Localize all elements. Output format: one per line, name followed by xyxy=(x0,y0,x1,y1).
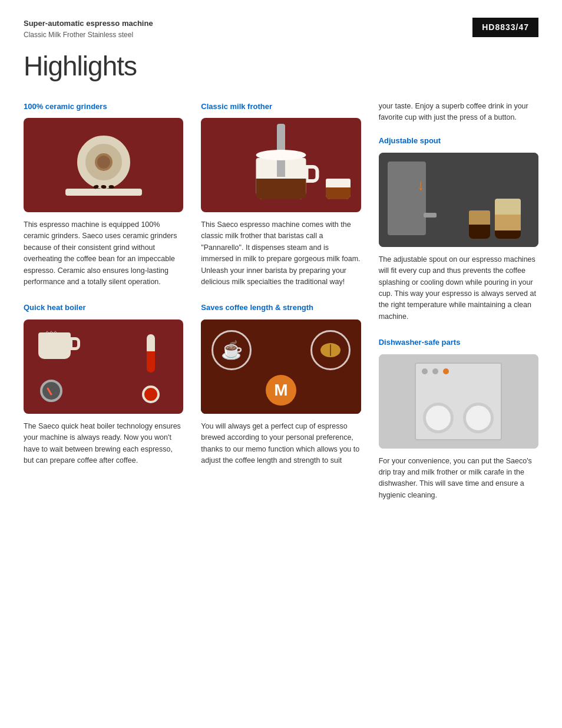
saves-coffee-image: ☕ M xyxy=(201,319,361,414)
feature-quick-heat-boiler: Quick heat boiler 〰 xyxy=(24,302,183,466)
ceramic-grinders-image xyxy=(24,118,183,212)
product-type: Super-automatic espresso machine xyxy=(24,18,153,29)
column-3: your taste. Enjoy a superb coffee drink … xyxy=(379,101,538,516)
column-2: Classic milk frother xyxy=(201,101,361,516)
col3-intro-text: your taste. Enjoy a superb coffee drink … xyxy=(379,101,538,124)
quick-heat-boiler-title: Quick heat boiler xyxy=(24,302,183,314)
feature-classic-milk-frother: Classic milk frother xyxy=(201,101,361,288)
classic-milk-frother-text: This Saeco espresso machine comes with t… xyxy=(201,219,361,288)
adjustable-spout-image: ↓ xyxy=(379,153,538,247)
classic-milk-frother-image xyxy=(201,118,361,212)
feature-dishwasher-safe: Dishwasher-safe parts xyxy=(379,337,538,501)
saves-coffee-text: You will always get a perfect cup of esp… xyxy=(201,421,361,467)
saves-coffee-title: Saves coffee length & strength xyxy=(201,302,361,314)
product-subtype: Classic Milk Frother Stainless steel xyxy=(24,29,153,40)
adjustable-spout-title: Adjustable spout xyxy=(379,135,538,147)
page-title: Highlights xyxy=(24,46,538,87)
ceramic-grinders-title: 100% ceramic grinders xyxy=(24,101,183,113)
dishwasher-safe-image xyxy=(379,354,538,449)
quick-heat-boiler-image: 〰 xyxy=(24,319,183,414)
classic-milk-frother-title: Classic milk frother xyxy=(201,101,361,113)
dishwasher-safe-title: Dishwasher-safe parts xyxy=(379,337,538,348)
product-info: Super-automatic espresso machine Classic… xyxy=(24,18,153,40)
dishwasher-safe-text: For your convenience, you can put the Sa… xyxy=(379,456,538,502)
highlights-columns: 100% ceramic grinders xyxy=(24,101,538,516)
feature-saves-coffee: Saves coffee length & strength ☕ M xyxy=(201,302,361,466)
quick-heat-boiler-text: The Saeco quick heat boiler technology e… xyxy=(24,421,183,467)
ceramic-grinders-text: This espresso machine is equipped 100% c… xyxy=(24,219,183,288)
feature-ceramic-grinders: 100% ceramic grinders xyxy=(24,101,183,288)
page-header: Super-automatic espresso machine Classic… xyxy=(24,18,538,40)
feature-adjustable-spout: Adjustable spout ↓ xyxy=(379,135,538,322)
column-1: 100% ceramic grinders xyxy=(24,101,183,516)
model-badge: HD8833/47 xyxy=(472,18,538,37)
adjustable-spout-text: The adjustable spout on our espresso mac… xyxy=(379,254,538,322)
